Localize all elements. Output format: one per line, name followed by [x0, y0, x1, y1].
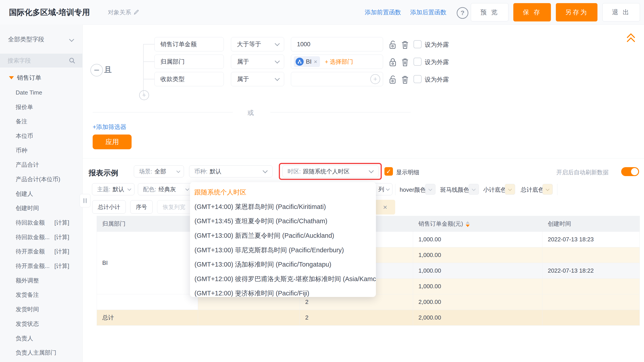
sidebar-field-item[interactable]: 待回款金额 [计算] [0, 215, 82, 230]
expose-checkbox[interactable] [414, 40, 422, 48]
amount-cell[interactable]: 2,000.00 [413, 294, 542, 310]
add-condition-icon[interactable]: + [139, 90, 149, 100]
sort-desc-icon[interactable] [466, 225, 470, 227]
search-field-input[interactable]: 搜索字段 [0, 54, 82, 67]
timezone-option[interactable]: (GMT+13:00) 菲尼克斯群岛时间 (Pacific/Enderbury) [190, 243, 376, 257]
amount-cell[interactable]: 1,000.00 [413, 279, 542, 294]
zebra-color-picker[interactable] [468, 184, 479, 195]
selected-field-chip[interactable]: × [375, 200, 395, 214]
sidebar-field-item[interactable]: 归属部门 [0, 360, 82, 362]
timezone-select[interactable]: 时区: 跟随系统个人时区 [282, 165, 378, 178]
sidebar-field-item[interactable]: 额外调整 [0, 273, 82, 288]
apply-button[interactable]: 应用 [93, 135, 132, 149]
timezone-option[interactable]: (GMT+13:00) 新西兰夏令时间 (Pacific/Auckland) [190, 229, 376, 243]
edit-pencil-icon[interactable] [133, 9, 139, 15]
sidebar-field-item[interactable]: 报价单 [0, 100, 82, 114]
save-as-button[interactable]: 另存为 [556, 3, 598, 21]
amount-cell[interactable]: 2,000.00 [413, 310, 542, 326]
add-filter-link[interactable]: +添加筛选器 [93, 123, 126, 131]
created-cell[interactable] [542, 247, 640, 263]
col-header-dept[interactable]: 归属部门 [97, 216, 198, 232]
sidebar-field-item[interactable]: 待开票金额 [计算] [0, 244, 82, 259]
serial-number-button[interactable]: 序号 [130, 200, 152, 214]
expose-checkbox[interactable] [414, 58, 422, 66]
palette-select[interactable]: 配色: 经典灰 [138, 183, 192, 195]
timezone-option[interactable]: (GMT+12:00) 彼得罗巴甫洛夫斯克-堪察加标准时间 (Asia/Kamc… [190, 272, 376, 286]
sidebar-field-item[interactable]: 备注 [0, 114, 82, 129]
sidebar-field-item[interactable]: 发货时间 [0, 302, 82, 317]
sidebar-field-item[interactable]: 负责人 [0, 331, 82, 346]
auto-refresh-toggle[interactable] [621, 167, 639, 176]
sidebar-field-item[interactable]: 本位币 [0, 129, 82, 143]
scene-select[interactable]: 场景: 全部 [134, 165, 184, 178]
count-cell[interactable]: 2 [300, 310, 413, 326]
filter-value-input[interactable]: 1000 [291, 37, 383, 51]
add-value-icon[interactable]: + [370, 74, 380, 84]
subtotal-color-picker[interactable] [505, 184, 515, 195]
preview-button[interactable]: 预 览 [471, 3, 508, 21]
merged-dept-cell[interactable]: BI [97, 232, 198, 294]
filter-operator-select[interactable]: 大于等于 [231, 37, 284, 51]
timezone-option[interactable]: (GMT+14:00) 莱恩群岛时间 (Pacific/Kiritimati) [190, 200, 376, 214]
delete-trash-icon[interactable] [400, 57, 410, 67]
lock-open-icon[interactable] [388, 40, 398, 50]
sidebar-collapse-handle[interactable] [80, 194, 90, 207]
col-header-created[interactable]: 创建时间 [542, 216, 640, 232]
theme-select[interactable]: 主题: 默认 [92, 183, 134, 195]
field-type-filter[interactable]: 全部类型字段 [0, 33, 82, 46]
sidebar-field-item[interactable]: 创建人 [0, 186, 82, 201]
sidebar-field-item[interactable]: 币种 [0, 143, 82, 158]
sort-asc-icon[interactable] [466, 221, 470, 224]
filter-operator-select[interactable]: 属于 [231, 72, 284, 86]
sidebar-item-sales-order[interactable]: 销售订单 [0, 71, 82, 85]
sidebar-field-item[interactable]: 创建时间 [0, 201, 82, 216]
sidebar-field-item[interactable]: 产品合计(本位币) [0, 172, 82, 186]
sidebar-field-item[interactable]: Date Time [0, 85, 82, 100]
add-post-function-link[interactable]: 添加后置函数 [410, 0, 446, 24]
delete-trash-icon[interactable] [400, 75, 410, 84]
add-pre-function-link[interactable]: 添加前置函数 [365, 0, 401, 24]
filter-value-input[interactable]: BI × + 选择部门 [291, 54, 383, 69]
help-icon[interactable]: ? [457, 7, 468, 19]
delete-trash-icon[interactable] [400, 40, 410, 50]
hover-color-picker[interactable] [425, 184, 436, 195]
total-subtotal-button[interactable]: 总计小计 [92, 200, 126, 214]
chip-close-icon[interactable]: × [383, 203, 387, 211]
sort-icons[interactable] [466, 221, 470, 227]
sidebar-field-item[interactable]: 发货状态 [0, 317, 82, 331]
object-relation[interactable]: 对象关系 [108, 0, 139, 24]
expand-triangle-icon[interactable] [9, 76, 14, 79]
created-cell[interactable]: 2022-07-13 18:22 [542, 263, 640, 279]
amount-cell[interactable]: 1,000.00 [413, 247, 542, 263]
lock-closed-icon[interactable] [388, 57, 398, 67]
chip-close-icon[interactable]: × [314, 58, 317, 65]
select-department-link[interactable]: + 选择部门 [325, 58, 353, 66]
filter-value-input[interactable]: + [291, 72, 383, 86]
amount-cell[interactable]: 1,000.00 [413, 263, 542, 279]
col-header-amount[interactable]: 销售订单金额(元) [413, 216, 542, 232]
show-detail-checkbox[interactable]: ✓ [384, 167, 393, 176]
save-button[interactable]: 保 存 [513, 3, 551, 21]
filter-operator-select[interactable]: 属于 [231, 54, 284, 69]
filter-field-box[interactable]: 归属部门 [154, 54, 224, 69]
collapse-panel-icon[interactable] [626, 34, 636, 44]
collapse-group-icon[interactable] [90, 64, 103, 76]
expose-checkbox[interactable] [414, 75, 422, 83]
department-chip[interactable]: BI × [294, 56, 320, 67]
sidebar-field-item[interactable]: 发货备注 [0, 288, 82, 302]
sidebar-field-item[interactable]: 产品合计 [0, 158, 82, 172]
filter-field-box[interactable]: 收款类型 [154, 72, 224, 86]
filter-field-box[interactable]: 销售订单金额 [154, 37, 224, 51]
restore-column-width-button[interactable]: 恢复列宽 [157, 200, 191, 214]
sidebar-field-item[interactable]: 待开票金额... [计算] [0, 259, 82, 273]
created-cell[interactable]: 2022-07-13 18:23 [542, 232, 640, 247]
sidebar-field-item[interactable]: 待回款金额... [计算] [0, 230, 82, 244]
sidebar-field-item[interactable]: 负责人主属部门 [0, 346, 82, 360]
timezone-option[interactable]: (GMT+13:00) 汤加标准时间 (Pacific/Tongatapu) [190, 257, 376, 272]
exit-button[interactable]: 退 出 [602, 3, 640, 21]
currency-select[interactable]: 币种: 默认 [189, 165, 272, 178]
total-color-picker[interactable] [542, 184, 553, 195]
timezone-option[interactable]: (GMT+13:45) 查坦夏令时间 (Pacific/Chatham) [190, 214, 376, 229]
lock-open-icon[interactable] [388, 75, 398, 84]
created-cell[interactable] [542, 279, 640, 294]
